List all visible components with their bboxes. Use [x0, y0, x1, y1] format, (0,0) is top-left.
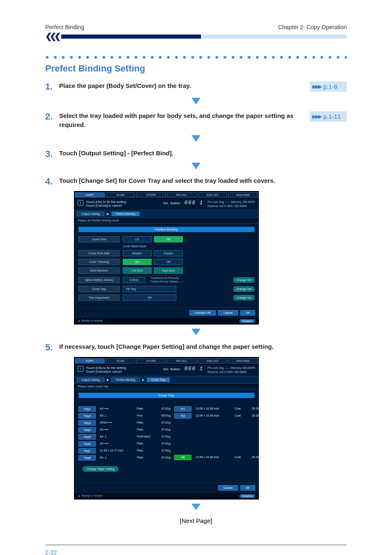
- step-number: 2.: [45, 111, 59, 122]
- tray-button[interactable]: Tray6: [78, 441, 96, 447]
- crumb-cover-tray[interactable]: Cover Tray: [147, 378, 170, 382]
- change-paper-setting-button[interactable]: Change Paper Setting: [83, 466, 118, 472]
- svg-marker-4: [191, 504, 201, 510]
- crumb-output[interactable]: Output Setting: [77, 212, 104, 216]
- lbl-cover-trimming: Cover Trimming: [78, 259, 120, 265]
- step-text: If necessary, touch [Change Paper Settin…: [59, 342, 347, 351]
- svg-marker-0: [191, 98, 201, 104]
- subhead: Please select cover tray: [74, 384, 258, 389]
- sublabel-cover-blank: Cover Blank Mode: [123, 245, 147, 248]
- step-number: 5.: [45, 342, 59, 353]
- tab-store[interactable]: STORE: [136, 358, 166, 364]
- val-fine-adjust: Off: [123, 295, 176, 301]
- rotation-badge[interactable]: Rotation: [240, 319, 255, 323]
- btn-off[interactable]: Off: [154, 259, 183, 265]
- tray-button[interactable]: Tray4: [78, 427, 96, 433]
- crumb-perfect-binding[interactable]: Perfect Binding: [111, 378, 140, 382]
- status-text: ▲ Ready to receive: [78, 494, 103, 498]
- pb-button[interactable]: PB: [174, 455, 191, 460]
- tab-joblist[interactable]: JOB LIST: [198, 192, 228, 198]
- function-off-button[interactable]: Function Off: [189, 310, 216, 315]
- tab-scan[interactable]: SCAN: [106, 192, 136, 198]
- tray-button[interactable]: Tray1: [78, 406, 96, 412]
- page-ref-link[interactable]: ▶▶▶ p.1-11: [310, 111, 347, 122]
- lbl-cover-tray: Cover Tray: [78, 286, 120, 292]
- tab-joblist[interactable]: JOB LIST: [198, 358, 228, 364]
- next-page-label: [Next Page]: [45, 517, 347, 524]
- btn-duplex[interactable]: Duplex: [154, 250, 183, 256]
- info-icon: i: [78, 366, 83, 372]
- val-spine-width[interactable]: 0.0mm: [123, 277, 145, 283]
- page-footer: 2-22: [45, 545, 347, 555]
- chevron-left-icon: ❮❮❮: [45, 31, 59, 41]
- panel-title: Cover Tray: [78, 393, 254, 398]
- thickness-info: Thickness of P.B.body Perfect Binder Det…: [150, 276, 183, 283]
- flow-arrow-icon: [45, 98, 347, 107]
- btn-on[interactable]: On: [123, 259, 152, 265]
- subhead: Please set Perfect binding mode: [74, 218, 258, 223]
- svg-marker-2: [191, 163, 201, 169]
- btn-right-bind[interactable]: Right Bind: [154, 267, 183, 274]
- pi-button[interactable]: PI1: [174, 406, 191, 412]
- arrow-right-icon: ▶▶▶: [312, 113, 321, 120]
- flow-arrow-icon: [45, 329, 347, 338]
- page-ref-link[interactable]: ▶▶▶ p.1-8: [310, 81, 347, 92]
- svg-marker-3: [191, 329, 201, 335]
- lbl-spine-width: Spine Width(1-30mm): [78, 277, 120, 283]
- screenshot-panel: COPY SCAN STORE RECALL JOB LIST MACHINE …: [74, 357, 259, 500]
- tray-button[interactable]: Tray2: [78, 413, 96, 419]
- pi-button[interactable]: PI2: [174, 413, 191, 419]
- tab-scan[interactable]: SCAN: [106, 358, 136, 364]
- flow-arrow-icon: [45, 135, 347, 145]
- ok-button[interactable]: OK: [240, 485, 255, 491]
- btn-left-bind[interactable]: Left Bind: [123, 267, 152, 274]
- memory-status: Pre-Job Orig. ----- Memory 100.000% Rese…: [208, 366, 255, 374]
- btn-off[interactable]: Off: [154, 236, 183, 242]
- tray-button[interactable]: Tray3: [78, 420, 96, 426]
- change-set-button[interactable]: Change Set: [233, 286, 254, 292]
- tab-recall[interactable]: RECALL: [167, 192, 197, 198]
- lbl-fine-adjust: Fine Adjustment: [78, 295, 120, 301]
- lbl-bind-direction: Bind Direction: [78, 267, 120, 274]
- btn-on[interactable]: On: [123, 236, 152, 242]
- cancel-button[interactable]: Cancel: [218, 310, 238, 315]
- lbl-cover-print: Cover Print: [78, 236, 120, 242]
- step-text: Place the paper (Body Set/Cover) on the …: [59, 81, 310, 90]
- flow-arrow-icon: [45, 163, 347, 172]
- section-title: Prefect Binding Setting: [45, 63, 347, 74]
- tab-copy[interactable]: COPY: [75, 192, 105, 198]
- set-number: Set Number 000 1: [126, 200, 208, 208]
- tray-button[interactable]: Tray7: [78, 448, 96, 454]
- step-number: 4.: [45, 176, 59, 187]
- info-icon: i: [78, 200, 83, 206]
- tray-button[interactable]: Tray5: [78, 434, 96, 440]
- screenshot-panel: COPY SCAN STORE RECALL JOB LIST MACHINE …: [74, 191, 259, 325]
- crumb-output[interactable]: Output Setting: [77, 378, 104, 382]
- crumb-perfect-binding[interactable]: Perfect Binding: [111, 212, 140, 216]
- breadcrumb: Output Setting ▶ Perfect Binding: [74, 210, 258, 218]
- panel-title: Perfect Binding: [78, 227, 254, 232]
- step-text: Touch [Output Setting] - [Perfect Bind].: [59, 149, 347, 158]
- step-number: 1.: [45, 81, 59, 92]
- ok-button[interactable]: OK: [240, 310, 255, 315]
- tab-machine[interactable]: MACHINE: [228, 358, 258, 364]
- arrow-right-icon: ▶▶▶: [312, 83, 321, 90]
- tab-store[interactable]: STORE: [136, 192, 166, 198]
- cancel-button[interactable]: Cancel: [218, 485, 238, 491]
- tab-machine[interactable]: MACHINE: [228, 192, 258, 198]
- rotation-badge[interactable]: Rotation: [240, 494, 255, 498]
- set-number: Set Number 000 1: [126, 366, 208, 374]
- status-text: ▲ Ready to receive: [78, 319, 103, 323]
- val-cover-tray: PB Tray: [123, 286, 176, 292]
- lbl-print-side: Cover Print Side: [78, 250, 120, 256]
- info-text: Touch [OK] to fix the setting Touch [Can…: [86, 366, 126, 374]
- svg-marker-1: [191, 135, 201, 142]
- tab-recall[interactable]: RECALL: [167, 358, 197, 364]
- btn-simplex[interactable]: Simplex: [123, 250, 152, 256]
- header-right: Chapter 2: Copy Operation: [278, 24, 347, 30]
- dot-divider: ●●●●●●●●●●●●●●●●●●●●●●●●●●●●●●●●●●●●●●●●…: [45, 53, 347, 61]
- change-set-button[interactable]: Change Set: [233, 295, 254, 300]
- change-set-button[interactable]: Change Set: [233, 277, 254, 283]
- tab-copy[interactable]: COPY: [75, 358, 105, 364]
- tray-button[interactable]: Tray8: [78, 455, 96, 461]
